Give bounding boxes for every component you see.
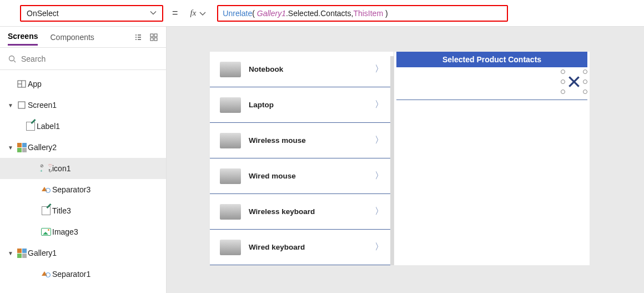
gallery-icon [16,249,28,258]
tree-node-app[interactable]: App [0,73,166,95]
tree-node-screen1[interactable]: ▼ Screen1 [0,95,166,116]
formula-bar: OnSelect = fx Unrelate( Gallery1.Selecte… [0,0,644,27]
gallery-row[interactable]: Wireless keyboard〉 [210,194,394,230]
svg-point-4 [9,56,14,61]
tree-node-separator1[interactable]: Separator1 [0,264,166,285]
separator-icon [40,271,52,277]
resize-handle[interactable] [583,80,587,84]
formula-path: .Selected.Contacts, [286,9,353,18]
gallery-row[interactable]: Wireless mouse〉 [210,123,394,158]
svg-rect-3 [154,38,157,41]
tab-screens[interactable]: Screens [8,28,38,46]
property-name: OnSelect [27,9,59,18]
search-icon [8,54,17,63]
selected-control[interactable] [563,72,585,92]
caret-down-icon: ▼ [8,250,16,256]
label-icon [24,122,37,131]
gallery-row[interactable]: Wired keyboard〉 [210,230,394,265]
chevron-right-icon[interactable]: 〉 [375,206,384,217]
list-icon[interactable] [134,33,143,42]
fx-button[interactable]: fx [187,8,211,18]
gallery-row[interactable]: Wired mouse〉 [210,158,394,194]
chevron-down-icon [149,8,158,18]
app-icon [16,80,28,88]
formula-fn: Unrelate [223,9,252,18]
contacts-header: Selected Product Contacts [396,52,587,67]
tree-node-gallery1[interactable]: ▼ Gallery1 [0,242,166,264]
product-gallery[interactable]: Notebook〉 Laptop〉 Wireless mouse〉 Wired … [210,52,394,265]
svg-rect-1 [154,34,157,37]
chevron-right-icon[interactable]: 〉 [375,170,384,182]
screen-icon [16,101,28,110]
tree-view: App ▼ Screen1 Label1 ▼ Gallery2 ⊘♡+↻ ico… [0,70,166,293]
formula-obj: Gallery1 [257,9,286,18]
contacts-panel: Selected Product Contacts [394,52,590,265]
resize-handle[interactable] [561,90,565,94]
fx-icon: fx [190,8,197,18]
tab-bar: Screens Components [0,27,166,48]
separator-icon [40,187,52,193]
product-thumb [220,133,241,148]
app-preview: Notebook〉 Laptop〉 Wireless mouse〉 Wired … [210,52,590,265]
canvas-area: Notebook〉 Laptop〉 Wireless mouse〉 Wired … [167,27,644,293]
chevron-down-icon [198,9,207,18]
cancel-icon[interactable] [563,72,585,92]
gallery-icon [16,143,28,152]
tree-node-separator3[interactable]: Separator3 [0,179,166,200]
formula-this: ThisItem [353,9,383,18]
resize-handle[interactable] [561,69,565,74]
gallery-row[interactable]: Notebook〉 [210,52,394,87]
caret-down-icon: ▼ [8,145,16,151]
svg-rect-0 [150,34,153,37]
tree-pane: Screens Components App ▼ Screen1 [0,27,167,293]
tree-node-title3[interactable]: Title3 [0,200,166,221]
chevron-right-icon[interactable]: 〉 [375,135,384,146]
equals-label: = [170,7,180,19]
resize-handle[interactable] [583,90,587,94]
tree-node-label1[interactable]: Label1 [0,116,166,137]
resize-handle[interactable] [561,80,565,84]
search-input[interactable] [21,54,158,63]
product-thumb [220,168,241,184]
chevron-right-icon[interactable]: 〉 [375,99,384,111]
resize-handle[interactable] [583,69,587,74]
svg-rect-9 [18,102,25,108]
grid-icon[interactable] [149,33,158,42]
svg-rect-2 [150,38,153,41]
gallery-row[interactable]: Laptop〉 [210,87,394,123]
tree-node-image3[interactable]: Image3 [0,221,166,242]
formula-input[interactable]: Unrelate( Gallery1.Selected.Contacts, Th… [217,5,508,22]
property-dropdown[interactable]: OnSelect [20,5,163,22]
icongroup-icon: ⊘♡+↻ [40,163,52,173]
chevron-right-icon[interactable]: 〉 [375,241,384,253]
chevron-right-icon[interactable]: 〉 [375,63,384,75]
product-thumb [220,97,241,113]
contacts-area [394,67,590,265]
tree-node-icon1[interactable]: ⊘♡+↻ icon1 [0,158,166,179]
image-icon [40,228,52,236]
product-thumb [220,62,241,77]
svg-line-5 [14,61,16,62]
tree-node-gallery2[interactable]: ▼ Gallery2 [0,137,166,158]
tab-components[interactable]: Components [50,29,94,45]
caret-down-icon: ▼ [8,102,16,108]
product-thumb [220,240,241,255]
search-row [0,48,166,70]
label-icon [40,206,52,215]
separator-line [396,100,587,100]
product-thumb [220,204,241,220]
